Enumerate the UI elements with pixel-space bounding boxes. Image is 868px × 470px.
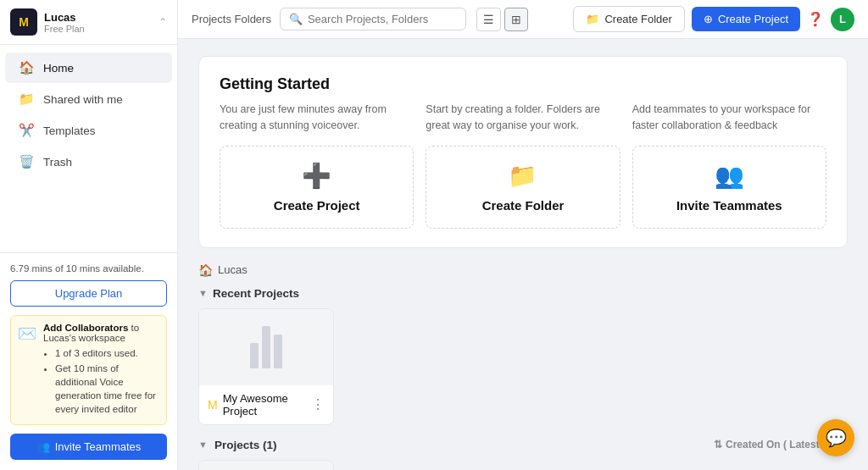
projects-chevron-icon: ▼ [198, 440, 208, 450]
grid-view-button[interactable]: ⊞ [504, 8, 528, 31]
invite-icon: 👥 [36, 440, 50, 453]
sidebar-label-templates: Templates [43, 124, 96, 137]
gs-card-icon-2: 👥 [643, 162, 815, 190]
chevron-icon: ⌃ [159, 16, 167, 28]
topbar-right: 📁 Create Folder ⊕ Create Project ❓ L [573, 6, 854, 32]
sidebar-footer: 6.79 mins of 10 mins available. Upgrade … [0, 252, 177, 470]
projects-section-header: ▼ Projects (1) ⇅ Created On ( Latest fir… [198, 439, 848, 451]
sidebar-item-templates[interactable]: ✂️Templates [5, 115, 172, 146]
sidebar-label-trash: Trash [43, 156, 72, 169]
user-info: Lucas Free Plan [44, 11, 152, 34]
invite-teammates-footer-button[interactable]: 👥 Invite Teammates [10, 434, 167, 460]
sidebar-nav: 🏠Home📁Shared with me✂️Templates🗑️Trash [0, 45, 177, 252]
search-icon: 🔍 [289, 13, 303, 25]
home-icon: 🏠 [19, 60, 35, 75]
mins-available-label: 6.79 mins of 10 mins available. [10, 263, 167, 274]
app-logo: M [10, 8, 37, 36]
view-toggle: ☰ ⊞ [476, 8, 528, 31]
create-folder-button[interactable]: 📁 Create Folder [573, 6, 684, 32]
upgrade-plan-button[interactable]: Upgrade Plan [10, 280, 167, 307]
project-card-footer: M My Awesome Project ⋮ [199, 385, 333, 424]
project-thumb-chart [250, 326, 282, 368]
getting-started-descriptions: You are just few minutes away from creat… [220, 102, 826, 134]
main-area: Projects Folders 🔍 ☰ ⊞ 📁 Create Folder ⊕… [178, 0, 868, 470]
sidebar-label-home: Home [43, 62, 74, 75]
gs-card-2[interactable]: 👥 Invite Teammates [632, 146, 826, 229]
bar-2 [262, 326, 270, 368]
recent-chevron-icon: ▼ [198, 288, 208, 298]
chat-bubble-button[interactable]: 💬 [817, 419, 854, 456]
sidebar-label-shared: Shared with me [43, 93, 123, 106]
shared-icon: 📁 [19, 91, 35, 107]
templates-icon: ✂️ [19, 123, 35, 138]
sidebar-item-shared[interactable]: 📁Shared with me [5, 84, 172, 114]
getting-started-panel: Getting Started You are just few minutes… [198, 56, 848, 248]
project-card[interactable]: M My Awesome Project ⋮ [198, 308, 334, 425]
gs-description-0: You are just few minutes away from creat… [220, 102, 414, 134]
recent-projects-section: ▼ Recent Projects M My Awesome Project ⋮ [198, 287, 848, 425]
project-name-label: My Awesome Project [223, 392, 306, 417]
location-name: Lucas [218, 263, 248, 276]
trash-icon: 🗑️ [19, 154, 35, 169]
gs-description-2: Add teammates to your workspace for fast… [632, 102, 826, 134]
bar-3 [274, 335, 282, 368]
create-project-button[interactable]: ⊕ Create Project [692, 7, 800, 31]
bar-1 [250, 343, 259, 368]
project-card-2[interactable] [198, 460, 334, 471]
breadcrumb: Projects Folders [192, 13, 271, 25]
getting-started-title: Getting Started [220, 75, 826, 93]
gs-card-0[interactable]: ➕ Create Project [220, 146, 414, 229]
content-area: Getting Started You are just few minutes… [178, 39, 868, 470]
list-view-button[interactable]: ☰ [476, 8, 501, 31]
project-logo-icon: M [208, 398, 218, 412]
sidebar-item-trash[interactable]: 🗑️Trash [5, 147, 172, 177]
user-name: Lucas [44, 11, 152, 24]
getting-started-cards: ➕ Create Project 📁 Create Folder 👥 Invit… [220, 146, 826, 229]
gs-card-icon-0: ➕ [231, 162, 403, 190]
project-thumbnail [199, 309, 333, 385]
projects-section: ▼ Projects (1) ⇅ Created On ( Latest fir… [198, 439, 848, 471]
gs-description-1: Start by creating a folder. Folders are … [426, 102, 620, 134]
sort-icon: ⇅ [714, 439, 722, 451]
home-icon: 🏠 [198, 263, 213, 277]
help-icon[interactable]: ❓ [807, 11, 824, 27]
topbar: Projects Folders 🔍 ☰ ⊞ 📁 Create Folder ⊕… [178, 0, 868, 39]
user-avatar[interactable]: L [831, 8, 854, 31]
folder-icon: 📁 [586, 13, 599, 25]
gs-card-label-0: Create Project [231, 198, 403, 213]
gs-card-label-2: Invite Teammates [643, 198, 815, 213]
plus-circle-icon: ⊕ [704, 13, 713, 25]
gs-card-1[interactable]: 📁 Create Folder [426, 146, 620, 229]
gs-card-label-1: Create Folder [437, 198, 609, 213]
gs-card-icon-1: 📁 [437, 162, 609, 190]
search-input[interactable] [308, 13, 457, 25]
location-breadcrumb: 🏠 Lucas [198, 263, 848, 277]
projects-count-label: Projects (1) [214, 439, 277, 451]
sidebar: M Lucas Free Plan ⌃ 🏠Home📁Shared with me… [0, 0, 178, 470]
recent-projects-header: ▼ Recent Projects [198, 287, 848, 300]
collab-point: 1 of 3 editors used. [55, 346, 159, 360]
project-menu-icon[interactable]: ⋮ [311, 396, 325, 412]
collaborator-promo-box: ✉️ Add Collaborators to Lucas's workspac… [10, 315, 167, 425]
collab-point: Get 10 mins of additional Voice generati… [55, 362, 159, 416]
collab-text: Add Collaborators to Lucas's workspace 1… [43, 323, 159, 417]
user-plan: Free Plan [44, 24, 152, 34]
search-box[interactable]: 🔍 [280, 8, 466, 30]
sidebar-header[interactable]: M Lucas Free Plan ⌃ [0, 0, 177, 45]
project-thumbnail-2 [199, 461, 333, 471]
envelope-icon: ✉️ [18, 324, 36, 343]
recent-projects-label: Recent Projects [213, 287, 299, 300]
sidebar-item-home[interactable]: 🏠Home [5, 53, 172, 83]
